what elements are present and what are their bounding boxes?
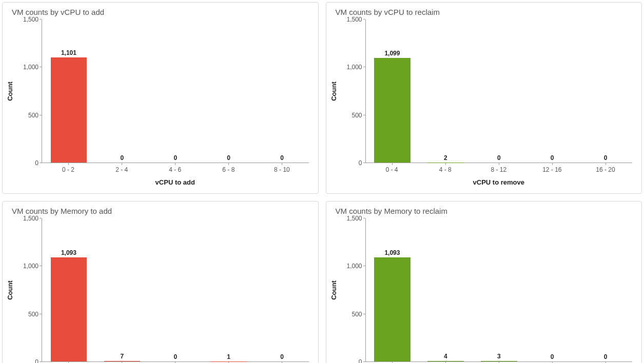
x-tick: 0 - 2 [42, 163, 95, 173]
y-axis: 1,500 1,000 500 0 [12, 19, 42, 163]
plot-area: 1,093 4 3 0 0 [365, 218, 633, 362]
bar-value-label: 3 [497, 353, 501, 360]
bar-value-label: 0 [604, 353, 608, 360]
y-tick: 1,500 [23, 16, 38, 23]
y-axis: 1,500 1,000 500 0 [336, 19, 365, 163]
y-tick: 500 [28, 311, 38, 318]
x-axis-label: vCPU to add [42, 178, 309, 186]
x-tick: 8 - 12 [472, 163, 525, 173]
bar-slot[interactable]: 0 [202, 19, 256, 163]
bar-rect [427, 361, 464, 361]
bar-rect [104, 361, 141, 361]
bar-slot[interactable]: 1 [202, 218, 256, 361]
y-tick: 1,000 [23, 263, 38, 270]
bar-rect [51, 257, 87, 361]
bar-slot[interactable]: 0 [149, 218, 202, 361]
bar-slot[interactable]: 0 [525, 218, 579, 361]
bars-row: 1,093 7 0 1 0 [42, 218, 309, 361]
bar-slot[interactable]: 3 [472, 218, 525, 361]
x-tick: 16 - 20 [579, 163, 632, 173]
bar-value-label: 1,093 [61, 249, 76, 256]
bar-value-label: 0 [280, 154, 284, 162]
chart-area: Count 1,500 1,000 500 0 1,093 7 0 1 0 [12, 218, 309, 362]
bar-value-label: 0 [121, 154, 124, 162]
bar-rect [374, 58, 411, 163]
bar-value-label: 2 [444, 154, 447, 162]
bar-value-label: 0 [173, 353, 177, 360]
bar-rect [374, 257, 411, 361]
y-tick: 1,500 [23, 215, 38, 222]
y-axis: 1,500 1,000 500 0 [12, 218, 42, 362]
y-tick: 1,000 [346, 64, 362, 71]
bar-value-label: 0 [227, 154, 230, 162]
bar-slot[interactable]: 0 [525, 19, 579, 163]
bar-value-label: 7 [121, 353, 124, 360]
y-tick: 1,500 [346, 215, 362, 222]
panel-memory-reclaim: VM counts by Memory to reclaim Count 1,5… [326, 201, 642, 363]
bar-slot[interactable]: 0 [579, 19, 632, 163]
y-tick: 1,500 [346, 16, 362, 23]
bar-value-label: 0 [173, 154, 177, 162]
x-ticks: 0 - 4 4 - 8 8 - 12 12 - 16 16 - 20 [365, 163, 633, 173]
bar-value-label: 0 [280, 353, 284, 360]
bar-slot[interactable]: 1,101 [42, 19, 95, 163]
bar-slot[interactable]: 0 [149, 19, 202, 163]
dashboard-grid: VM counts by vCPU to add Count 1,500 1,0… [0, 0, 644, 363]
y-tick: 1,000 [346, 263, 362, 270]
plot-area: 1,093 7 0 1 0 [42, 218, 309, 362]
panel-memory-add: VM counts by Memory to add Count 1,500 1… [2, 201, 319, 363]
y-tick: 0 [359, 159, 362, 167]
x-tick: 4 - 8 [419, 163, 472, 173]
panel-title: VM counts by Memory to reclaim [336, 207, 633, 215]
bar-slot[interactable]: 7 [95, 218, 149, 361]
bar-slot[interactable]: 0 [472, 19, 525, 163]
chart-area: Count 1,500 1,000 500 0 1,099 2 0 0 0 [336, 19, 633, 163]
panel-title: VM counts by Memory to add [12, 207, 309, 215]
bar-slot[interactable]: 2 [419, 19, 472, 163]
bars-row: 1,093 4 3 0 0 [366, 218, 633, 361]
plot-area: 1,099 2 0 0 0 [365, 19, 633, 163]
y-tick: 500 [352, 311, 362, 318]
bar-slot[interactable]: 4 [419, 218, 472, 361]
y-axis: 1,500 1,000 500 0 [336, 218, 365, 362]
bar-slot[interactable]: 0 [256, 19, 309, 163]
y-tick: 1,000 [23, 64, 38, 71]
bar-slot[interactable]: 0 [95, 19, 149, 163]
bar-value-label: 4 [444, 353, 447, 360]
bar-value-label: 1,101 [61, 49, 76, 56]
bar-value-label: 0 [551, 154, 554, 162]
bar-value-label: 1 [227, 353, 230, 360]
bar-slot[interactable]: 0 [579, 218, 632, 361]
y-tick: 0 [359, 358, 362, 363]
x-tick: 6 - 8 [202, 163, 255, 173]
x-tick: 8 - 10 [255, 163, 308, 173]
bars-row: 1,099 2 0 0 0 [366, 19, 633, 163]
bar-slot[interactable]: 1,093 [366, 218, 419, 361]
chart-area: Count 1,500 1,000 500 0 1,093 4 3 0 0 [336, 218, 633, 362]
panel-vcpu-reclaim: VM counts by vCPU to reclaim Count 1,500… [326, 2, 642, 194]
y-tick: 500 [28, 112, 38, 119]
bar-rect [51, 57, 87, 163]
x-axis-label: vCPU to remove [365, 178, 633, 186]
panel-title: VM counts by vCPU to add [12, 8, 309, 16]
y-tick: 0 [35, 358, 38, 363]
bar-value-label: 0 [604, 154, 608, 162]
x-tick: 0 - 4 [365, 163, 419, 173]
panel-vcpu-add: VM counts by vCPU to add Count 1,500 1,0… [2, 2, 319, 194]
bar-slot[interactable]: 0 [256, 218, 309, 361]
bar-value-label: 1,093 [384, 249, 400, 256]
bar-slot[interactable]: 1,093 [42, 218, 95, 361]
y-tick: 0 [35, 159, 38, 167]
bar-value-label: 0 [551, 353, 554, 360]
x-ticks: 0 - 2 2 - 4 4 - 6 6 - 8 8 - 10 [42, 163, 309, 173]
panel-title: VM counts by vCPU to reclaim [336, 8, 633, 16]
x-tick: 2 - 4 [95, 163, 148, 173]
bar-rect [481, 361, 517, 361]
plot-area: 1,101 0 0 0 0 [42, 19, 309, 163]
x-tick: 12 - 16 [525, 163, 579, 173]
bars-row: 1,101 0 0 0 0 [42, 19, 309, 163]
bar-value-label: 1,099 [384, 50, 400, 57]
chart-area: Count 1,500 1,000 500 0 1,101 0 0 0 0 [12, 19, 309, 163]
x-tick: 4 - 6 [148, 163, 202, 173]
bar-slot[interactable]: 1,099 [366, 19, 419, 163]
